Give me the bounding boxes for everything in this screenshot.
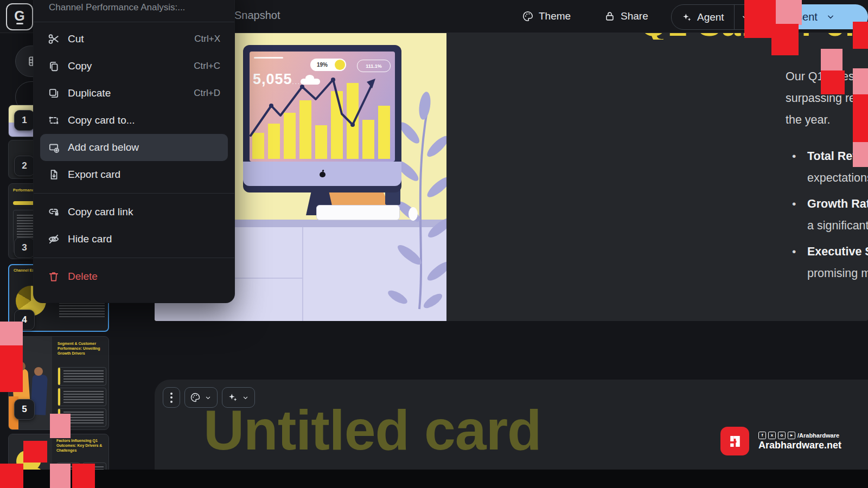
menu-item-delete[interactable]: Delete xyxy=(40,263,228,290)
arabhardware-watermark: f x o ▸ /Arabhardware Arabhardware.net xyxy=(720,427,841,455)
bullet-item: Executive Summary: A quarter of strategi… xyxy=(792,241,868,284)
x-icon: x xyxy=(768,432,776,439)
sparkles-icon xyxy=(681,12,692,23)
copy-icon xyxy=(48,60,60,72)
menu-item-label: Cut xyxy=(68,33,186,45)
mouse xyxy=(409,207,418,221)
menu-item-copy[interactable]: CopyCtrl+C xyxy=(40,53,228,80)
agent-label: Agent xyxy=(697,11,724,23)
menu-item-shortcut: Ctrl+C xyxy=(194,61,220,72)
facebook-icon: f xyxy=(758,432,766,439)
menu-item-label: Copy card to... xyxy=(68,114,220,126)
slide-text-panel: Q1 Sales Performance Snapshot Our Q1 sal… xyxy=(446,33,868,321)
glitch-artifact xyxy=(853,68,868,94)
menu-item-shortcut: Ctrl+X xyxy=(194,34,220,44)
duplicate-icon xyxy=(48,87,60,99)
chevron-down-icon xyxy=(825,11,836,22)
arabhardware-logo-icon xyxy=(720,427,749,455)
bullet-item: Growth Rate Compared to Previous Quarter… xyxy=(792,193,868,236)
untitled-card-title[interactable]: Untitled card xyxy=(203,398,541,463)
glitch-artifact xyxy=(0,345,23,392)
glitch-artifact xyxy=(23,441,47,463)
menu-item-label: Delete xyxy=(68,271,220,282)
menu-item-copy-card-to[interactable]: Copy card to... xyxy=(40,107,228,134)
watermark-site: Arabhardware.net xyxy=(758,440,841,451)
eye-off-icon xyxy=(48,233,60,245)
slide-number-badge[interactable]: 5 xyxy=(14,399,35,420)
slide-number-badge[interactable]: 3 xyxy=(14,237,35,258)
menu-item-add-card-below[interactable]: Add card below xyxy=(40,134,228,161)
context-menu-title: Channel Performance Analysis:... xyxy=(34,2,234,18)
scissors-icon xyxy=(48,33,60,45)
menu-item-label: Copy xyxy=(68,60,186,72)
trash-icon xyxy=(48,271,60,282)
glitch-artifact xyxy=(0,322,23,345)
menu-item-hide-card[interactable]: Hide card xyxy=(40,226,228,253)
menu-item-label: Add card below xyxy=(68,142,220,153)
copy-card-to-icon xyxy=(48,114,60,126)
glitch-artifact xyxy=(821,49,843,70)
glitch-artifact xyxy=(776,0,802,25)
slide-number-badge[interactable]: 2 xyxy=(14,156,35,176)
glitch-artifact xyxy=(853,94,868,142)
app-window: G Snapshot Theme Share xyxy=(0,0,868,488)
export-icon xyxy=(48,169,60,181)
glitch-artifact xyxy=(853,22,868,49)
share-button[interactable]: Share xyxy=(604,0,648,33)
slide-number-badge[interactable]: 1 xyxy=(14,110,35,131)
link-lock-icon xyxy=(48,206,60,218)
monitor-chin xyxy=(243,162,401,186)
current-slide-card[interactable]: 5,055... 19% 111.1% xyxy=(155,33,868,321)
theme-button[interactable]: Theme xyxy=(522,0,571,33)
glitch-artifact xyxy=(50,414,71,438)
glitch-artifact xyxy=(771,24,799,55)
palette-icon xyxy=(190,392,201,403)
instagram-icon: o xyxy=(778,432,786,439)
glitch-artifact xyxy=(0,464,23,488)
menu-item-label: Export card xyxy=(68,169,220,181)
gamma-logo[interactable]: G xyxy=(6,3,33,30)
glitch-artifact xyxy=(821,70,845,94)
menu-item-export-card[interactable]: Export card xyxy=(40,161,228,188)
lock-icon xyxy=(604,10,616,22)
menu-item-copy-card-link[interactable]: Copy card link xyxy=(40,198,228,226)
apple-logo-icon xyxy=(320,170,326,177)
glitch-artifact xyxy=(50,464,71,488)
menu-item-label: Copy card link xyxy=(68,206,220,218)
palette-icon xyxy=(522,10,534,22)
keyboard xyxy=(316,205,400,220)
youtube-icon: ▸ xyxy=(788,432,795,439)
imac-monitor: 5,055... 19% 111.1% xyxy=(243,45,401,192)
share-label: Share xyxy=(621,10,648,22)
glitch-artifact xyxy=(72,464,95,488)
menu-item-label: Duplicate xyxy=(68,87,186,99)
document-title[interactable]: Snapshot xyxy=(234,9,280,22)
card-context-menu: Channel Performance Analysis:... CutCtrl… xyxy=(34,0,234,303)
add-card-below-icon xyxy=(48,142,60,153)
menu-item-shortcut: Ctrl+D xyxy=(194,88,220,99)
theme-label: Theme xyxy=(539,10,571,22)
menu-item-label: Hide card xyxy=(68,233,220,245)
card-options-button[interactable] xyxy=(163,387,180,408)
glitch-artifact xyxy=(853,142,868,167)
menu-item-cut[interactable]: CutCtrl+X xyxy=(40,25,228,53)
letterbox-bar xyxy=(0,470,868,488)
watermark-handle: /Arabhardware xyxy=(797,432,839,439)
monitor-screen: 5,055... 19% 111.1% xyxy=(250,52,395,162)
line-chart xyxy=(250,52,395,162)
menu-item-duplicate[interactable]: DuplicateCtrl+D xyxy=(40,80,228,107)
